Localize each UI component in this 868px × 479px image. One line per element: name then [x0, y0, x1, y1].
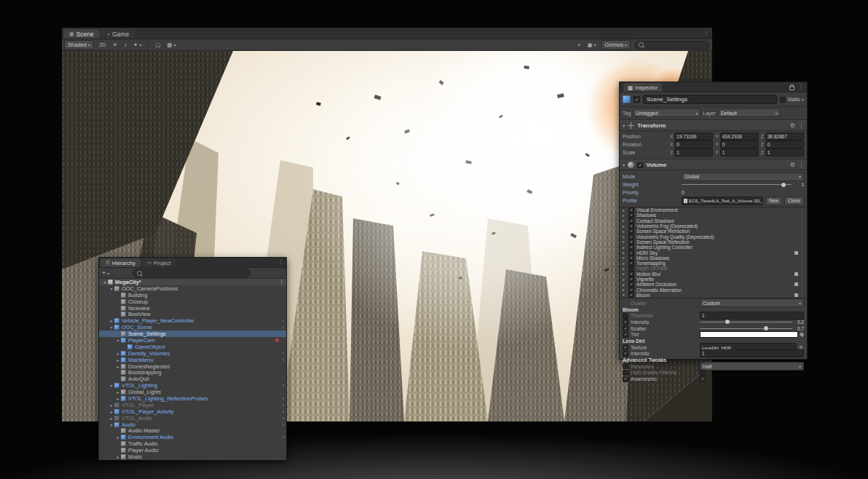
override-menu-icon[interactable]: ⋮ [800, 223, 804, 229]
override-row[interactable]: ▸✓HDRI Sky⋮ [620, 250, 807, 255]
property-checkbox[interactable]: ✓ [700, 376, 706, 382]
number-field[interactable]: 1 [700, 349, 804, 357]
gear-icon[interactable] [794, 282, 798, 286]
hierarchy-row[interactable]: AutoQuit [99, 376, 286, 382]
prefab-open-arrow-icon[interactable]: › [283, 383, 284, 388]
hierarchy-row[interactable]: ▸Vehicle_Player_NewController› [99, 317, 286, 324]
hierarchy-row[interactable]: Building [99, 292, 286, 298]
prefab-open-arrow-icon[interactable]: › [283, 403, 284, 408]
property-override-checkbox[interactable]: ✓ [623, 376, 628, 382]
property-dropdown[interactable]: Custom▾ [700, 298, 804, 307]
effects-toggle-icon[interactable]: ✦▾ [132, 41, 143, 49]
x-value-field[interactable]: 1 [674, 149, 713, 157]
hierarchy-row[interactable]: Scene_Settings [99, 330, 286, 337]
hierarchy-row[interactable]: ▸Global_Lights [99, 389, 286, 395]
prefab-open-arrow-icon[interactable]: › [283, 325, 284, 330]
component-menu-icon[interactable]: ⋮ [798, 162, 804, 168]
z-value-field[interactable]: 38.82867 [765, 132, 804, 140]
hierarchy-row[interactable]: ▸Music [99, 454, 286, 460]
foldout-arrow[interactable]: ▸ [623, 266, 628, 271]
property-override-checkbox[interactable] [623, 363, 628, 369]
lock-icon[interactable] [789, 86, 794, 90]
override-row[interactable]: ▾✓Bloom⋮ [620, 293, 807, 298]
hierarchy-row[interactable]: ▾OOC_Scene› [99, 324, 286, 330]
foldout-arrow[interactable]: ▾ [108, 383, 114, 388]
override-row[interactable]: ▸✓Volumetric Fog Quality (Deprecated)⋮ [620, 234, 807, 239]
override-row[interactable]: ▸✓Shadows⋮ [620, 213, 807, 218]
property-override-checkbox[interactable] [623, 313, 628, 319]
volume-component-header[interactable]: ▾ ✓ Volume ⚙ ⋮ [620, 159, 807, 170]
panel-menu-icon[interactable]: ⋮ [798, 84, 804, 90]
override-menu-icon[interactable]: ⋮ [800, 293, 804, 298]
override-row[interactable]: ▸✓Motion Blur⋮ [620, 272, 807, 277]
lighting-toggle-icon[interactable]: ☀ [111, 41, 119, 49]
foldout-arrow[interactable]: ▾ [623, 162, 625, 168]
tab-project[interactable]: ▭ Project [142, 258, 176, 267]
override-menu-icon[interactable]: ⋮ [800, 282, 804, 287]
foldout-arrow[interactable]: ▸ [623, 282, 628, 287]
override-menu-icon[interactable]: ⋮ [800, 229, 804, 234]
mode-dropdown[interactable]: Global ▾ [682, 173, 804, 181]
foldout-arrow[interactable]: ▸ [623, 256, 628, 260]
foldout-arrow[interactable]: ▸ [623, 250, 628, 255]
gear-icon[interactable] [794, 293, 798, 297]
hierarchy-row[interactable]: ▸Environment Audio› [99, 434, 286, 440]
foldout-arrow[interactable]: ▸ [623, 224, 628, 229]
override-menu-icon[interactable]: ⋮ [800, 245, 804, 250]
override-menu-icon[interactable]: ⋮ [800, 250, 804, 256]
volume-enabled-checkbox[interactable]: ✓ [637, 162, 643, 168]
preset-icon[interactable]: ⚙ [790, 122, 795, 129]
create-object-button[interactable]: + ▾ [102, 269, 109, 277]
scene-search-input[interactable] [634, 41, 710, 50]
panel-menu-icon[interactable]: ⋮ [278, 259, 283, 265]
foldout-arrow[interactable]: ▸ [108, 409, 114, 414]
override-menu-icon[interactable]: ⋮ [800, 207, 804, 213]
foldout-arrow[interactable]: ▸ [623, 288, 628, 292]
gameobject-name-field[interactable]: Scene_Settings [643, 95, 777, 104]
tag-dropdown[interactable]: Untagged ▾ [633, 108, 701, 117]
foldout-arrow[interactable]: ▸ [115, 396, 121, 401]
prefab-open-arrow-icon[interactable]: › [283, 416, 284, 421]
window-menu-icon[interactable]: ⋮ [703, 29, 709, 36]
foldout-arrow[interactable]: ▸ [115, 389, 121, 395]
profile-clone-button[interactable]: Clone [784, 197, 804, 205]
foldout-arrow[interactable]: ▸ [108, 403, 114, 408]
hierarchy-row[interactable]: Player Audio [99, 447, 286, 454]
override-menu-icon[interactable]: ⋮ [800, 288, 804, 293]
foldout-arrow[interactable]: ▸ [623, 277, 628, 282]
foldout-arrow[interactable]: ▸ [623, 245, 628, 250]
override-menu-icon[interactable]: ⋮ [800, 218, 804, 223]
foldout-arrow[interactable]: ▾ [108, 325, 114, 330]
y-value-field[interactable]: 0 [720, 140, 759, 149]
property-slider[interactable] [700, 325, 792, 332]
static-checkbox[interactable] [780, 97, 786, 103]
hierarchy-row[interactable]: ▾PlayerCam [99, 337, 286, 344]
property-checkbox[interactable] [700, 370, 706, 376]
hierarchy-row[interactable]: ▾VTOL_Lighting› [99, 382, 286, 389]
override-row[interactable]: ▸✓Ambient Occlusion⋮ [620, 282, 807, 287]
z-value-field[interactable]: 0 [765, 140, 804, 149]
override-row[interactable]: ▸✓Micro Shadows⋮ [620, 256, 807, 261]
hierarchy-row[interactable]: BestView [99, 311, 286, 317]
hierarchy-row[interactable]: ▸VTOL_Audio› [99, 415, 286, 421]
foldout-arrow[interactable]: ▾ [623, 293, 628, 297]
prefab-open-arrow-icon[interactable]: › [283, 422, 284, 427]
transform-component-header[interactable]: ▾ Transform ⚙ ⋮ [620, 120, 807, 131]
layer-dropdown[interactable]: Default ▾ [718, 108, 781, 117]
hierarchy-row[interactable]: ▸MainMenu› [99, 357, 286, 363]
color-swatch[interactable] [700, 331, 798, 338]
property-slider[interactable] [700, 319, 792, 325]
hierarchy-row[interactable]: Bootstrapping [99, 369, 286, 376]
property-override-checkbox[interactable]: ✓ [623, 325, 628, 331]
override-row[interactable]: ▸✓Visual Environment⋮ [620, 207, 807, 213]
foldout-arrow[interactable]: ▾ [108, 422, 114, 427]
foldout-arrow[interactable]: ▾ [623, 123, 625, 129]
foldout-arrow[interactable]: ▸ [115, 351, 121, 356]
foldout-arrow[interactable]: ▸ [623, 234, 628, 239]
foldout-arrow[interactable]: ▸ [623, 239, 628, 244]
hierarchy-row[interactable]: ▾OOC_CameraPositions [99, 285, 286, 292]
foldout-arrow[interactable]: ▾ [115, 338, 121, 343]
static-dropdown[interactable]: Static ▾ [780, 97, 804, 103]
hierarchy-row[interactable]: Niceview [99, 305, 286, 312]
profile-object-field[interactable]: ECS_TieredLA_Test_A_Volume 2D_Inv M [682, 197, 763, 205]
